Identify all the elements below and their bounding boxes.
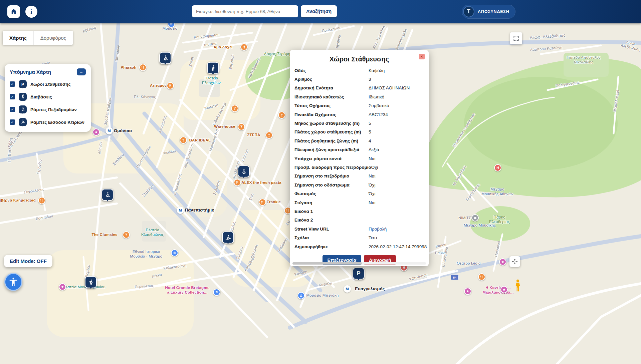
address-search: Αναζήτηση — [192, 5, 337, 17]
street-view-link[interactable]: Προβολή — [369, 227, 387, 232]
popup-row: Τύπος Οχήματος Συμβατικό — [290, 101, 429, 110]
home-button[interactable] — [7, 5, 20, 18]
popup-row-value: Όχι — [371, 165, 378, 170]
restaurant-marker[interactable] — [38, 197, 45, 204]
metro-marker[interactable]: M — [344, 285, 351, 293]
search-button[interactable]: Αναζήτηση — [301, 5, 337, 17]
restaurant-marker[interactable] — [240, 43, 248, 51]
popup-row-label: Στέγαση — [294, 200, 369, 205]
map-type-control: Χάρτης Δορυφόρος — [3, 31, 73, 45]
restaurant-marker[interactable] — [167, 82, 174, 89]
tab-satellite[interactable]: Δορυφόρος — [33, 31, 73, 45]
ramp-marker[interactable]: Ράμπες Εισόδου Κτιρίων — [10, 118, 86, 126]
popup-row: Σήμανση στο οδόστρωμα Όχι — [290, 180, 429, 189]
popup-row-value: Τεστ — [369, 235, 377, 240]
info-button[interactable] — [25, 6, 37, 18]
restaurant-marker[interactable] — [259, 199, 266, 206]
popup-row-label: Αριθμός — [294, 77, 369, 82]
bar-marker[interactable] — [180, 136, 187, 144]
popup-row: Φωτισμός Όχι — [290, 189, 429, 198]
dot-marker[interactable] — [471, 214, 479, 222]
popup-row: Αριθμός 3 — [290, 75, 429, 83]
popup-row-label: Τύπος Οχήματος — [294, 103, 369, 108]
pegman-control[interactable] — [513, 279, 522, 292]
tab-map[interactable]: Χάρτης — [3, 31, 33, 45]
hotel-marker[interactable]: H — [494, 164, 501, 171]
popup-scrollbar[interactable] — [292, 262, 426, 265]
wheelchair-marker[interactable] — [101, 189, 114, 201]
star-marker[interactable] — [499, 258, 506, 266]
popup-row: Σχόλια Τεστ — [290, 233, 429, 242]
pan-control[interactable] — [509, 256, 520, 267]
bar-marker[interactable] — [278, 111, 285, 119]
star-marker[interactable] — [500, 286, 508, 293]
search-input[interactable] — [192, 5, 298, 17]
popup-row-label: Πλευρική ζώνη αριστερά/δεξιά — [294, 147, 369, 152]
restaurant-marker[interactable] — [478, 273, 485, 281]
close-icon[interactable]: ✕ — [419, 54, 425, 59]
fullscreen-button[interactable] — [510, 32, 522, 44]
parking-marker[interactable]: P Χώροι Στάθμευσης — [10, 80, 86, 88]
popup-row: Εικόνα 2 — [290, 216, 429, 225]
logout-button[interactable]: ΑΠΟΣΥΝΔΕΣΗ — [478, 9, 509, 14]
star-marker[interactable] — [464, 288, 471, 295]
wheelchair-marker[interactable] — [238, 165, 250, 177]
popup-row-value: Δεξιά — [369, 147, 379, 152]
wheelchair-marker[interactable]: Ράμπες Πεζοδρομίων — [10, 105, 86, 113]
bar-marker[interactable] — [231, 105, 238, 112]
bar-marker[interactable] — [238, 123, 245, 130]
museum-marker[interactable] — [297, 292, 305, 299]
popup-row: Πλάτος χώρου στάθμευσης (m) 5 — [290, 128, 429, 136]
popup-row-label: Πλάτος χώρου στάθμευσης (m) — [294, 129, 369, 134]
edit-mode-toggle[interactable]: Edit Mode: OFF — [4, 255, 52, 267]
popup-row-label: Δημοτική Ενότητα — [294, 85, 369, 90]
museum-marker[interactable] — [213, 289, 220, 296]
pedestrian-marker[interactable]: Διαβάσεις — [10, 93, 86, 101]
ramp-marker[interactable] — [222, 232, 234, 244]
popup-row: Street View URL Προβολή — [290, 225, 429, 233]
accessibility-button[interactable] — [4, 273, 22, 291]
metro-marker[interactable]: M — [177, 207, 184, 214]
metro-marker[interactable]: M — [105, 127, 113, 134]
legend-checkbox[interactable] — [10, 81, 15, 87]
legend-marker-icon — [19, 93, 27, 101]
popup-row-label: Σήμανση στο πεζοδρόμιο — [294, 173, 369, 178]
popup-row-label: Σήμανση στο οδόστρωμα — [294, 183, 369, 188]
popup-row-value: Όχι — [369, 183, 376, 188]
popup-scrollbar-thumb[interactable] — [292, 262, 362, 265]
popup-row-label: Εικόνα 1 — [294, 209, 369, 214]
museum-marker[interactable] — [171, 249, 178, 257]
popup-row: Δημοτική Ενότητα ΔΗΜΟΣ ΑΘΗΝΑΙΩΝ — [290, 84, 429, 92]
user-menu[interactable]: T ΑΠΟΣΥΝΔΕΣΗ — [462, 5, 515, 19]
wheelchair-marker[interactable] — [159, 52, 171, 64]
parking-marker[interactable]: P — [353, 268, 365, 280]
accessibility-icon — [8, 277, 18, 287]
restaurant-marker[interactable] — [234, 179, 241, 186]
legend-checkbox[interactable] — [10, 94, 15, 99]
legend-checkbox[interactable] — [10, 107, 15, 112]
pedestrian-marker[interactable] — [85, 276, 97, 288]
star-marker[interactable] — [59, 283, 66, 291]
popup-title: Χώροι Στάθμευσης — [290, 55, 429, 63]
parking-details-popup: ✕ Χώροι Στάθμευσης Οδός Καψάλη Αριθμός 3… — [290, 50, 429, 266]
popup-row-label: Δημιουργήθηκε — [294, 244, 369, 249]
road-shield: 54 — [451, 275, 459, 280]
popup-row-value: 3 — [369, 77, 371, 82]
star-marker[interactable] — [92, 128, 100, 136]
legend-collapse-button[interactable]: – — [77, 68, 86, 75]
popup-row-label: Μήκος χώρου στάθμευσης (m) — [294, 121, 369, 126]
map-canvas[interactable]: ΑβέρωφΠατησίωνΜάρνη3ης ΣεπτεμβρίουΚουντο… — [0, 23, 641, 364]
bar-marker[interactable] — [123, 231, 130, 239]
bar-marker[interactable] — [265, 131, 273, 139]
popup-row: Πινακίδα Οχήματος ABC1234 — [290, 110, 429, 119]
popup-row-value: 4 — [369, 138, 371, 143]
legend-checkbox[interactable] — [10, 119, 15, 125]
pedestrian-marker[interactable] — [207, 62, 219, 74]
avatar: T — [463, 6, 474, 17]
popup-row: Σήμανση στο πεζοδρόμιο Ναι — [290, 172, 429, 180]
popup-row-label: Πινακίδα Οχήματος — [294, 112, 369, 117]
popup-row: Δημιουργήθηκε 2026-02-02 12:47:14.799998 — [290, 242, 429, 251]
popup-row-value: 5 — [369, 121, 371, 126]
restaurant-marker[interactable] — [139, 64, 147, 71]
legend-header: Υπόμνημα Χάρτη – — [10, 68, 86, 75]
